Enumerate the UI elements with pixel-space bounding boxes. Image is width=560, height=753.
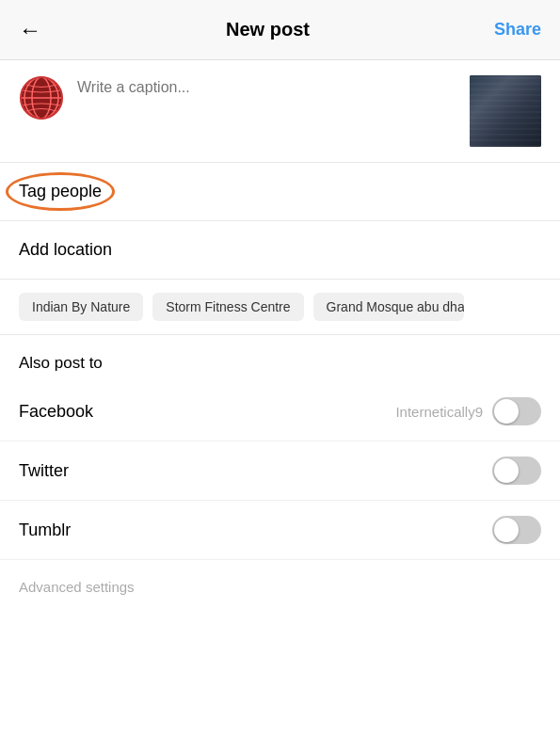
tumblr-right — [492, 516, 541, 544]
chip-indian-by-nature[interactable]: Indian By Nature — [19, 293, 143, 321]
facebook-toggle[interactable] — [492, 397, 541, 425]
also-post-to-title: Also post to — [19, 354, 103, 372]
twitter-row: Twitter — [0, 441, 560, 501]
facebook-label: Facebook — [19, 402, 93, 422]
facebook-toggle-knob — [494, 399, 519, 424]
twitter-right — [492, 457, 541, 485]
facebook-row: Facebook Internetically9 — [0, 382, 560, 441]
tumblr-row: Tumblr — [0, 501, 560, 560]
share-button[interactable]: Share — [494, 20, 541, 40]
tumblr-toggle-knob — [494, 518, 519, 542]
chip-storm-fitness[interactable]: Storm Fitness Centre — [152, 293, 303, 321]
facebook-account: Internetically9 — [395, 404, 483, 420]
location-chips-row: Indian By Nature Storm Fitness Centre Gr… — [0, 280, 560, 335]
tag-people-wrapper: Tag people — [19, 182, 102, 201]
chip-grand-mosque[interactable]: Grand Mosque abu dha... — [313, 293, 464, 321]
tag-people-label: Tag people — [19, 182, 102, 200]
facebook-right: Internetically9 — [395, 397, 541, 425]
caption-area — [0, 60, 560, 163]
header: ← New post Share — [0, 0, 560, 60]
add-location-label: Add location — [19, 240, 112, 260]
facebook-info: Facebook — [19, 402, 93, 422]
twitter-toggle-knob — [494, 458, 519, 483]
post-thumbnail — [470, 75, 541, 147]
add-location-row[interactable]: Add location — [0, 221, 560, 280]
advanced-settings-row[interactable]: Advanced settings — [0, 560, 560, 615]
tumblr-toggle[interactable] — [492, 516, 541, 544]
also-post-to-section: Also post to — [0, 335, 560, 382]
twitter-toggle[interactable] — [492, 457, 541, 485]
tag-people-row[interactable]: Tag people — [0, 163, 560, 221]
back-button[interactable]: ← — [19, 17, 41, 43]
tumblr-label: Tumblr — [19, 521, 71, 540]
caption-input[interactable] — [77, 75, 456, 96]
twitter-info: Twitter — [19, 461, 69, 481]
advanced-settings-label: Advanced settings — [19, 579, 135, 595]
twitter-label: Twitter — [19, 461, 69, 481]
tumblr-info: Tumblr — [19, 521, 71, 540]
globe-icon — [19, 75, 64, 120]
page-title: New post — [226, 19, 310, 40]
